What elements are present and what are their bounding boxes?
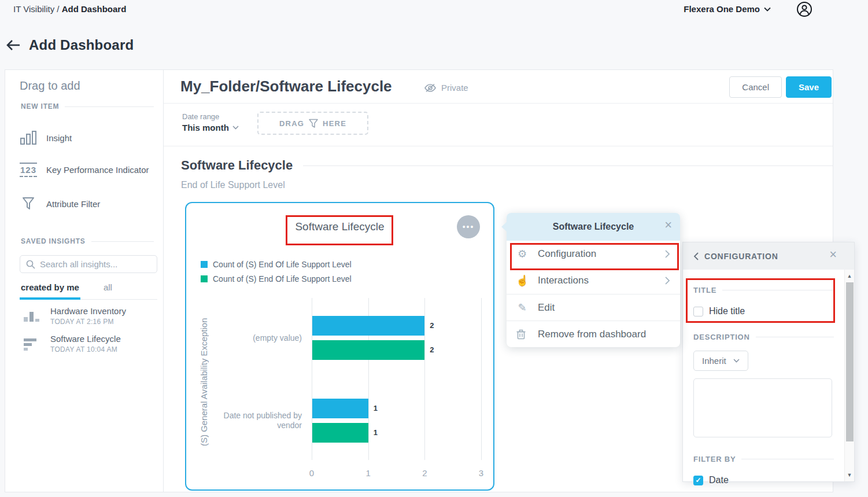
x-axis-tick-label: 3 [470, 468, 493, 478]
date-range-select[interactable]: This month [182, 123, 239, 132]
search-icon [26, 260, 35, 269]
date-filter-label: Date [709, 475, 729, 485]
drag-item-label: Insight [46, 133, 72, 143]
bar-segment[interactable] [312, 316, 424, 336]
filter-row: Date range This month DRAG HERE [164, 104, 833, 146]
section-title: Software Lifecycle [181, 158, 293, 173]
scrollbar-thumb[interactable] [846, 282, 854, 441]
panel-scrollbar[interactable]: ▲ ▼ [844, 270, 854, 481]
chevron-right-icon [665, 277, 670, 285]
divider [741, 459, 834, 459]
drag-item-label: Attribute Filter [46, 199, 100, 209]
bar-segment[interactable] [312, 340, 424, 360]
divider [65, 106, 154, 107]
menu-item-label: Interactions [538, 275, 589, 286]
breadcrumb-root[interactable]: IT Visibility [13, 4, 54, 14]
date-checkbox-row[interactable]: ✓ Date [693, 475, 834, 485]
gridline [481, 298, 482, 460]
chevron-right-icon [665, 250, 670, 258]
top-bar: IT Visibility / Add Dashboard Flexera On… [0, 0, 868, 20]
search-input[interactable] [40, 259, 155, 269]
drag-item-kpi[interactable]: 123 Key Performance Indicator [20, 163, 149, 177]
page-title: Add Dashboard [29, 37, 134, 53]
bar-segment[interactable] [312, 399, 368, 418]
save-button[interactable]: Save [786, 76, 832, 98]
context-menu-title: Software Lifecycle [553, 222, 634, 232]
numbers-123-icon: 123 [20, 163, 37, 177]
drag-item-attribute-filter[interactable]: Attribute Filter [20, 196, 100, 212]
menu-item-remove-from-dashboard[interactable]: Remove from dashboard [507, 321, 680, 347]
bar-segment[interactable] [312, 423, 368, 443]
bar-value-label: 1 [374, 428, 378, 437]
hide-title-checkbox-row[interactable]: Hide title [693, 306, 834, 316]
user-avatar-icon[interactable] [796, 1, 812, 17]
dashboard-title[interactable]: My_Folder/Software Lifecycle [180, 78, 392, 95]
configuration-panel-header: CONFIGURATION × [683, 242, 854, 270]
chevron-down-icon [232, 126, 239, 130]
category-label: (empty value) [216, 316, 302, 360]
section-subtitle: End of Life Support Level [181, 180, 285, 190]
insight-timestamp: TODAY AT 10:04 AM [50, 345, 121, 354]
column-chart-icon [23, 310, 41, 326]
scroll-up-arrow[interactable]: ▲ [845, 273, 854, 279]
bar-chart-icon [20, 130, 37, 146]
hide-title-label: Hide title [709, 306, 745, 316]
date-checkbox[interactable]: ✓ [693, 476, 703, 485]
insight-name: Software Lifecycle [50, 334, 121, 344]
scroll-down-arrow[interactable]: ▼ [845, 472, 854, 478]
insight-name: Hardware Inventory [50, 306, 126, 316]
x-axis-tick-label: 2 [413, 468, 436, 478]
description-inherit-dropdown[interactable]: Inherit [693, 351, 748, 371]
title-section-label: TITLE [693, 286, 834, 294]
close-icon[interactable]: × [664, 219, 672, 231]
drag-item-label: Key Performance Indicator [46, 165, 149, 175]
chevron-down-icon [764, 7, 771, 12]
card-context-menu: Software Lifecycle × ⚙ Configuration ☝ I… [507, 213, 680, 347]
insight-search[interactable] [20, 255, 157, 273]
configuration-panel-title: CONFIGURATION [704, 252, 778, 261]
divider [722, 290, 834, 290]
gear-icon: ⚙ [516, 248, 529, 260]
gridline [424, 298, 425, 460]
tab-created-by-me[interactable]: created by me [20, 280, 80, 300]
chevron-down-icon [733, 359, 740, 363]
funnel-icon [20, 196, 37, 212]
menu-item-interactions[interactable]: ☝ Interactions [507, 267, 680, 294]
privacy-badge: Private [424, 83, 468, 93]
org-name: Flexera One Demo [684, 4, 760, 14]
drag-to-add-sidebar: Drag to add NEW ITEM Insight 123 Key Per… [5, 69, 164, 492]
hide-title-checkbox[interactable] [693, 307, 703, 316]
org-switcher[interactable]: Flexera One Demo [684, 4, 771, 14]
new-item-section-label: NEW ITEM [21, 102, 154, 111]
privacy-label: Private [441, 83, 468, 93]
x-axis-tick-label: 0 [300, 468, 323, 478]
date-range-label: Date range [182, 112, 219, 121]
saved-insight-hardware-inventory[interactable]: Hardware Inventory TODAY AT 2:16 PM [23, 306, 126, 326]
menu-item-edit[interactable]: ✎ Edit [507, 294, 680, 321]
close-icon[interactable]: × [829, 248, 837, 261]
cancel-button[interactable]: Cancel [729, 76, 782, 98]
chevron-left-icon[interactable] [693, 252, 699, 260]
drag-item-insight[interactable]: Insight [20, 130, 72, 146]
back-arrow-icon[interactable] [6, 39, 21, 51]
menu-item-label: Remove from dashboard [538, 329, 646, 340]
divider [756, 337, 834, 337]
menu-item-configuration[interactable]: ⚙ Configuration [507, 241, 680, 267]
drag-filter-dropzone[interactable]: DRAG HERE [257, 112, 368, 135]
insight-chart-card[interactable]: Software Lifecycle ••• Count of (S) End … [185, 202, 494, 491]
breadcrumb-separator: / [57, 4, 59, 14]
bar-value-label: 2 [430, 321, 434, 330]
dashboard-header: My_Folder/Software Lifecycle Private Can… [164, 70, 833, 104]
bar-value-label: 2 [430, 345, 434, 354]
description-textarea[interactable] [693, 378, 832, 437]
page-heading: Add Dashboard [6, 37, 134, 53]
y-axis-label: (S) General Availability Exception [199, 292, 209, 472]
divider [91, 241, 154, 242]
breadcrumb[interactable]: IT Visibility / Add Dashboard [13, 4, 126, 14]
tap-icon: ☝ [516, 274, 529, 287]
tab-all[interactable]: all [102, 280, 113, 299]
breadcrumb-current: Add Dashboard [62, 4, 127, 14]
configuration-panel: CONFIGURATION × TITLE Hide title DESCRIP… [682, 242, 855, 482]
saved-insight-software-lifecycle[interactable]: Software Lifecycle TODAY AT 10:04 AM [23, 334, 121, 354]
filter-by-section-label: FILTER BY [693, 455, 834, 463]
